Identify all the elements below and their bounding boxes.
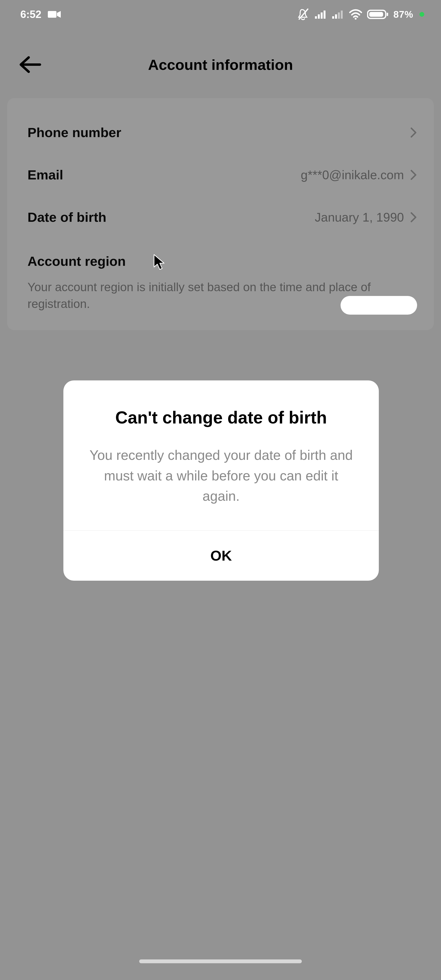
svg-rect-5 — [324, 11, 325, 19]
svg-rect-4 — [321, 13, 323, 19]
svg-point-10 — [355, 18, 357, 20]
svg-rect-0 — [48, 11, 56, 18]
signal-icon — [332, 10, 344, 19]
region-value-pill[interactable] — [341, 296, 417, 315]
svg-rect-12 — [369, 12, 383, 17]
cursor-icon — [153, 254, 167, 272]
svg-rect-3 — [318, 14, 320, 19]
modal-message: You recently changed your date of birth … — [85, 445, 357, 506]
signal-icon — [314, 10, 327, 19]
mute-icon — [297, 8, 310, 21]
svg-rect-9 — [341, 11, 343, 19]
camera-indicator-dot — [419, 12, 424, 17]
video-icon — [48, 10, 62, 19]
svg-rect-6 — [332, 16, 334, 19]
alert-modal: Can't change date of birth You recently … — [63, 380, 379, 581]
svg-rect-13 — [387, 13, 388, 16]
svg-rect-8 — [338, 13, 340, 19]
battery-icon — [367, 10, 389, 19]
home-indicator[interactable] — [139, 959, 302, 963]
battery-percentage: 87% — [393, 9, 413, 20]
wifi-icon — [349, 9, 362, 20]
status-time: 6:52 — [20, 8, 41, 20]
svg-rect-2 — [315, 16, 317, 19]
svg-rect-7 — [335, 14, 337, 19]
ok-button[interactable]: OK — [63, 531, 379, 581]
status-bar: 6:52 — [0, 0, 441, 29]
modal-title: Can't change date of birth — [85, 407, 357, 428]
